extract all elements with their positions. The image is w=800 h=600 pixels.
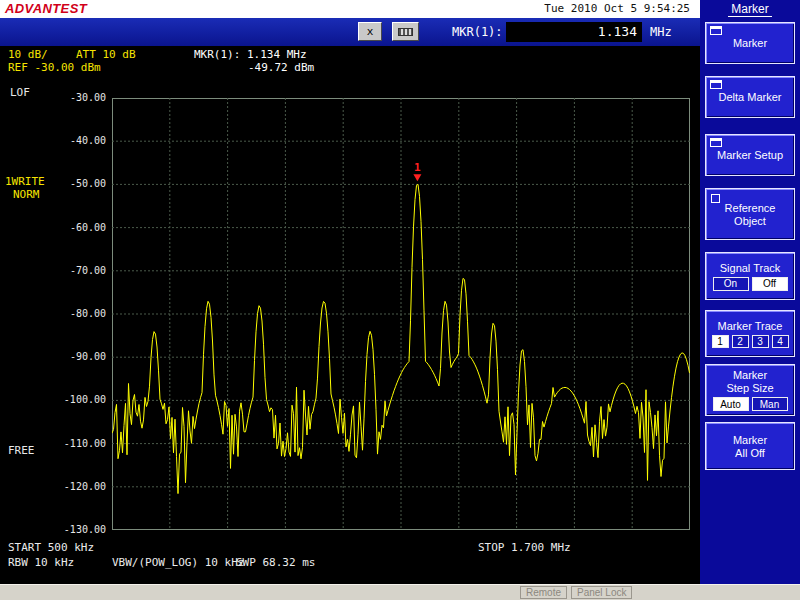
- panel-lock-button[interactable]: Panel Lock: [571, 586, 632, 599]
- marker-trace-option-4[interactable]: 4: [772, 335, 789, 348]
- signal-track-toggle: On Off: [713, 277, 788, 291]
- y-axis-tick-label: -30.00: [50, 92, 106, 103]
- close-entry-button[interactable]: x: [358, 22, 382, 41]
- sweep-time-label: SWP 68.32 ms: [236, 556, 315, 569]
- signal-track-on-option[interactable]: On: [713, 277, 749, 291]
- marker-level-readout: -49.72 dBm: [248, 61, 314, 74]
- marker-all-off-button[interactable]: Marker All Off: [705, 422, 795, 470]
- mkr-unit-label: MHz: [650, 25, 672, 39]
- y-axis-tick-label: -110.00: [50, 438, 106, 449]
- marker-trace-button[interactable]: Marker Trace 1 2 3 4: [705, 310, 795, 357]
- signal-track-button[interactable]: Signal Track On Off: [705, 252, 795, 300]
- marker-trace-option-1[interactable]: 1: [712, 335, 729, 348]
- remote-button[interactable]: Remote: [520, 586, 567, 599]
- delta-marker-button[interactable]: Delta Marker: [705, 76, 795, 118]
- reference-object-label-line1: Reference: [725, 202, 776, 214]
- mkr-frequency-value: 1.134: [598, 24, 637, 39]
- y-axis-tick-label: -60.00: [50, 222, 106, 233]
- y-axis-tick-label: -130.00: [50, 524, 106, 535]
- advantest-logo: ADVANTEST: [5, 1, 87, 16]
- marker-step-size-button[interactable]: Marker Step Size Auto Man: [705, 364, 795, 416]
- marker-trace-selector: 1 2 3 4: [712, 335, 789, 348]
- window-icon: [710, 26, 722, 35]
- spectrum-plot: 1: [112, 98, 690, 530]
- step-size-toggle: Auto Man: [713, 397, 788, 411]
- trace-norm-label: NORM: [13, 188, 40, 201]
- marker-button-label: Marker: [733, 37, 767, 49]
- titlebar: ADVANTEST Tue 2010 Oct 5 9:54:25: [0, 0, 700, 18]
- vbw-label: VBW/(POW_LOG) 10 kHz: [112, 556, 244, 569]
- start-frequency-label: START 500 kHz: [8, 541, 94, 554]
- y-axis-tick-label: -80.00: [50, 308, 106, 319]
- entry-bar: x MKR(1): 1.134 MHz: [0, 18, 700, 46]
- marker-trace-option-3[interactable]: 3: [752, 335, 769, 348]
- marker-trace-label: Marker Trace: [718, 320, 783, 332]
- window-icon: [710, 80, 722, 89]
- marker-button[interactable]: Marker: [705, 22, 795, 64]
- trace-write-label: 1WRITE: [5, 175, 45, 188]
- marker-setup-button-label: Marker Setup: [717, 149, 783, 161]
- keypad-button[interactable]: [392, 22, 419, 41]
- step-size-auto-option[interactable]: Auto: [713, 397, 749, 411]
- reference-object-button[interactable]: Reference Object: [705, 188, 795, 240]
- lof-label: LOF: [10, 86, 30, 99]
- datetime-display: Tue 2010 Oct 5 9:54:25: [544, 2, 690, 15]
- mkr-frequency-input[interactable]: 1.134: [506, 22, 642, 42]
- square-icon: [711, 194, 720, 203]
- marker-trace-option-2[interactable]: 2: [732, 335, 749, 348]
- y-axis-tick-label: -50.00: [50, 178, 106, 189]
- marker-step-size-label-line2: Step Size: [726, 382, 773, 394]
- marker-number-label: 1: [414, 161, 421, 174]
- trigger-free-label: FREE: [8, 444, 35, 457]
- rbw-label: RBW 10 kHz: [8, 556, 74, 569]
- y-axis-tick-label: -120.00: [50, 481, 106, 492]
- y-axis-tick-label: -40.00: [50, 135, 106, 146]
- reference-object-label-line2: Object: [734, 215, 766, 227]
- marker-step-size-label-line1: Marker: [733, 369, 767, 381]
- y-axis-tick-label: -70.00: [50, 265, 106, 276]
- keyboard-icon: [398, 28, 413, 36]
- marker-frequency-readout: MKR(1): 1.134 MHz: [194, 48, 307, 61]
- scale-per-div-readout: 10 dB/: [8, 48, 48, 61]
- attenuation-readout: ATT 10 dB: [76, 48, 136, 61]
- y-axis-tick-label: -90.00: [50, 351, 106, 362]
- mkr-entry-label: MKR(1):: [452, 25, 503, 39]
- settings-readout: 10 dB/ ATT 10 dB MKR(1): 1.134 MHz REF -…: [0, 46, 700, 74]
- reference-level-readout: REF -30.00 dBm: [8, 61, 101, 74]
- status-bar: Remote Panel Lock: [0, 584, 800, 600]
- marker-all-off-label-line1: Marker: [733, 434, 767, 446]
- stop-frequency-label: STOP 1.700 MHz: [478, 541, 571, 554]
- window-icon: [710, 138, 722, 147]
- softkey-menu: Marker Marker Delta Marker Marker Setup …: [700, 0, 800, 584]
- spectrum-analyzer-screen: ADVANTEST Tue 2010 Oct 5 9:54:25 x MKR(1…: [0, 0, 800, 600]
- menu-title-text: Marker: [728, 2, 771, 17]
- menu-title: Marker: [700, 2, 800, 16]
- signal-track-off-option[interactable]: Off: [752, 277, 788, 291]
- signal-track-label: Signal Track: [720, 262, 781, 274]
- y-axis-tick-label: -100.00: [50, 394, 106, 405]
- step-size-man-option[interactable]: Man: [752, 397, 788, 411]
- marker-all-off-label-line2: All Off: [735, 447, 765, 459]
- marker-setup-button[interactable]: Marker Setup: [705, 134, 795, 176]
- delta-marker-button-label: Delta Marker: [719, 91, 782, 103]
